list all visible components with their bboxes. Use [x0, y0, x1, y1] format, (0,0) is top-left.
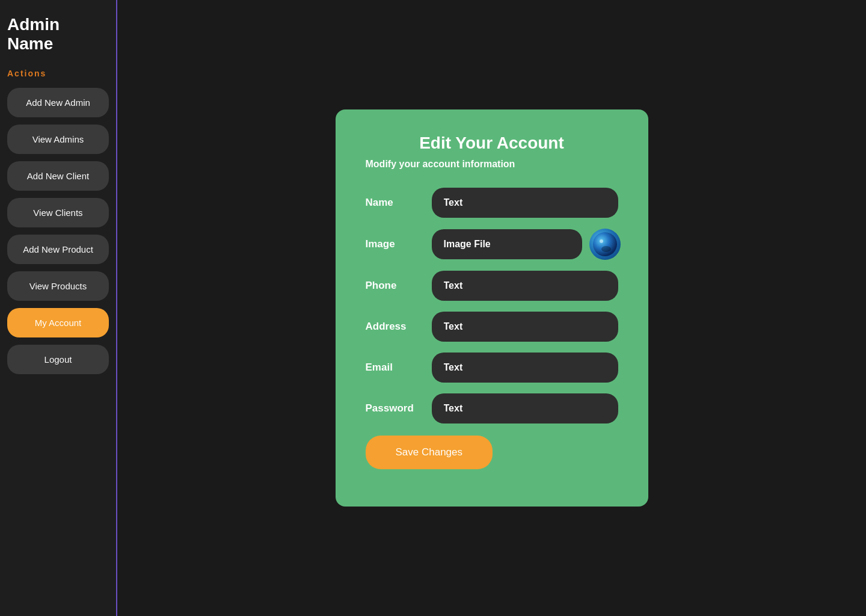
name-input[interactable]: [432, 188, 618, 218]
image-row: Image: [366, 229, 618, 260]
save-changes-button[interactable]: Save Changes: [366, 436, 493, 469]
sidebar: Admin Name Actions Add New Admin View Ad…: [0, 0, 117, 616]
password-input[interactable]: [432, 393, 618, 424]
form-subtitle: Modify your account information: [366, 159, 618, 170]
email-input[interactable]: [432, 353, 618, 383]
email-label: Email: [366, 362, 432, 374]
sidebar-item-add-new-product[interactable]: Add New Product: [7, 235, 109, 264]
phone-row: Phone: [366, 271, 618, 301]
image-input[interactable]: [432, 229, 582, 259]
svg-point-0: [593, 232, 617, 256]
sidebar-item-add-new-client[interactable]: Add New Client: [7, 161, 109, 191]
sidebar-item-logout[interactable]: Logout: [7, 345, 109, 374]
sidebar-item-view-clients[interactable]: View Clients: [7, 198, 109, 227]
svg-point-1: [600, 239, 603, 243]
address-row: Address: [366, 312, 618, 342]
image-label: Image: [366, 238, 432, 250]
form-title: Edit Your Account: [366, 134, 618, 153]
sidebar-section-label: Actions: [7, 69, 109, 78]
password-label: Password: [366, 402, 432, 414]
address-input[interactable]: [432, 312, 618, 342]
svg-point-2: [601, 246, 611, 252]
password-row: Password: [366, 393, 618, 424]
sidebar-item-my-account[interactable]: My Account: [7, 308, 109, 337]
name-row: Name: [366, 188, 618, 218]
sidebar-item-view-products[interactable]: View Products: [7, 271, 109, 301]
main-content: Edit Your Account Modify your account in…: [117, 0, 866, 616]
edit-account-card: Edit Your Account Modify your account in…: [336, 109, 648, 507]
sidebar-item-add-new-admin[interactable]: Add New Admin: [7, 88, 109, 117]
phone-input[interactable]: [432, 271, 618, 301]
avatar: [589, 229, 621, 260]
phone-label: Phone: [366, 280, 432, 292]
name-label: Name: [366, 197, 432, 209]
email-row: Email: [366, 353, 618, 383]
sidebar-item-view-admins[interactable]: View Admins: [7, 125, 109, 154]
sidebar-title: Admin Name: [7, 12, 109, 57]
address-label: Address: [366, 321, 432, 333]
